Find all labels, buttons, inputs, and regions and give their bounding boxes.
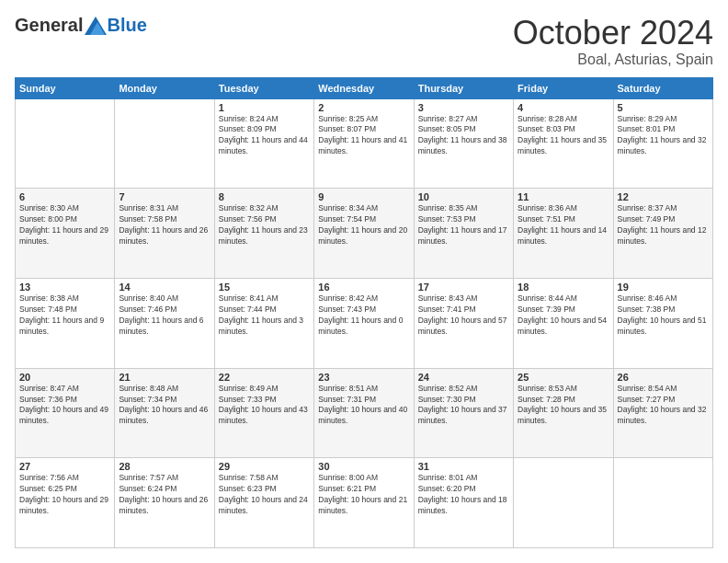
calendar-cell: 8Sunrise: 8:32 AMSunset: 7:56 PMDaylight… — [214, 189, 313, 279]
calendar-cell: 1Sunrise: 8:24 AMSunset: 8:09 PMDaylight… — [214, 98, 313, 189]
day-info: Sunrise: 8:36 AMSunset: 7:51 PMDaylight:… — [518, 203, 609, 247]
day-number: 24 — [418, 372, 509, 383]
calendar-cell: 21Sunrise: 8:48 AMSunset: 7:34 PMDayligh… — [115, 368, 214, 458]
day-info: Sunrise: 8:24 AMSunset: 8:09 PMDaylight:… — [219, 114, 310, 158]
calendar-cell: 13Sunrise: 8:38 AMSunset: 7:48 PMDayligh… — [16, 278, 115, 368]
calendar-cell: 23Sunrise: 8:51 AMSunset: 7:31 PMDayligh… — [314, 368, 414, 458]
calendar-header-friday: Friday — [514, 77, 613, 98]
calendar-header-saturday: Saturday — [613, 77, 712, 98]
day-number: 13 — [19, 282, 110, 293]
calendar-cell: 6Sunrise: 8:30 AMSunset: 8:00 PMDaylight… — [16, 189, 115, 279]
day-number: 25 — [518, 372, 609, 383]
day-info: Sunrise: 8:48 AMSunset: 7:34 PMDaylight:… — [119, 384, 210, 428]
calendar-week-2: 13Sunrise: 8:38 AMSunset: 7:48 PMDayligh… — [16, 278, 713, 368]
calendar-header-monday: Monday — [115, 77, 214, 98]
calendar-cell: 2Sunrise: 8:25 AMSunset: 8:07 PMDaylight… — [314, 98, 414, 189]
day-info: Sunrise: 8:34 AMSunset: 7:54 PMDaylight:… — [318, 203, 409, 247]
calendar-cell: 20Sunrise: 8:47 AMSunset: 7:36 PMDayligh… — [16, 368, 115, 458]
logo-text: General Blue — [15, 15, 147, 36]
calendar-week-4: 27Sunrise: 7:56 AMSunset: 6:25 PMDayligh… — [16, 458, 713, 548]
header: General Blue October 2024 Boal, Asturias… — [15, 15, 713, 68]
title-block: October 2024 Boal, Asturias, Spain — [513, 15, 713, 68]
calendar-week-3: 20Sunrise: 8:47 AMSunset: 7:36 PMDayligh… — [16, 368, 713, 458]
day-info: Sunrise: 8:43 AMSunset: 7:41 PMDaylight:… — [418, 293, 509, 338]
day-info: Sunrise: 8:41 AMSunset: 7:44 PMDaylight:… — [219, 293, 310, 338]
day-info: Sunrise: 8:46 AMSunset: 7:38 PMDaylight:… — [618, 293, 709, 338]
day-number: 1 — [219, 102, 310, 113]
day-number: 27 — [19, 461, 110, 472]
calendar-cell — [514, 458, 613, 548]
calendar: SundayMondayTuesdayWednesdayThursdayFrid… — [15, 77, 713, 548]
calendar-cell: 29Sunrise: 7:58 AMSunset: 6:23 PMDayligh… — [214, 458, 313, 548]
day-info: Sunrise: 8:29 AMSunset: 8:01 PMDaylight:… — [618, 114, 709, 158]
calendar-header-sunday: Sunday — [16, 77, 115, 98]
day-info: Sunrise: 8:49 AMSunset: 7:33 PMDaylight:… — [219, 384, 310, 428]
calendar-header-tuesday: Tuesday — [214, 77, 313, 98]
calendar-cell: 3Sunrise: 8:27 AMSunset: 8:05 PMDaylight… — [414, 98, 513, 189]
day-number: 17 — [418, 282, 509, 293]
day-info: Sunrise: 8:44 AMSunset: 7:39 PMDaylight:… — [518, 293, 609, 338]
month-title: October 2024 — [513, 15, 713, 52]
day-number: 18 — [518, 282, 609, 293]
day-info: Sunrise: 8:37 AMSunset: 7:49 PMDaylight:… — [618, 203, 709, 247]
page: General Blue October 2024 Boal, Asturias… — [0, 0, 728, 563]
day-info: Sunrise: 8:38 AMSunset: 7:48 PMDaylight:… — [19, 293, 110, 338]
day-info: Sunrise: 8:27 AMSunset: 8:05 PMDaylight:… — [418, 114, 509, 158]
calendar-cell: 24Sunrise: 8:52 AMSunset: 7:30 PMDayligh… — [414, 368, 513, 458]
calendar-week-0: 1Sunrise: 8:24 AMSunset: 8:09 PMDaylight… — [16, 98, 713, 189]
logo-blue: Blue — [107, 15, 146, 36]
day-info: Sunrise: 8:52 AMSunset: 7:30 PMDaylight:… — [418, 384, 509, 428]
day-info: Sunrise: 7:56 AMSunset: 6:25 PMDaylight:… — [19, 473, 110, 517]
calendar-header-thursday: Thursday — [414, 77, 513, 98]
calendar-cell: 14Sunrise: 8:40 AMSunset: 7:46 PMDayligh… — [115, 278, 214, 368]
day-number: 22 — [219, 372, 310, 383]
day-number: 16 — [318, 282, 409, 293]
day-number: 29 — [219, 461, 310, 472]
day-info: Sunrise: 8:25 AMSunset: 8:07 PMDaylight:… — [318, 114, 409, 158]
day-info: Sunrise: 8:47 AMSunset: 7:36 PMDaylight:… — [19, 384, 110, 428]
day-number: 20 — [19, 372, 110, 383]
day-info: Sunrise: 7:58 AMSunset: 6:23 PMDaylight:… — [219, 473, 310, 517]
day-info: Sunrise: 8:30 AMSunset: 8:00 PMDaylight:… — [19, 203, 110, 247]
calendar-header-wednesday: Wednesday — [314, 77, 414, 98]
day-number: 6 — [19, 191, 110, 202]
logo: General Blue — [15, 15, 147, 36]
calendar-week-1: 6Sunrise: 8:30 AMSunset: 8:00 PMDaylight… — [16, 189, 713, 279]
day-number: 10 — [418, 191, 509, 202]
day-number: 11 — [518, 191, 609, 202]
day-info: Sunrise: 8:00 AMSunset: 6:21 PMDaylight:… — [318, 473, 409, 517]
day-number: 4 — [518, 102, 609, 113]
day-number: 3 — [418, 102, 509, 113]
day-info: Sunrise: 8:42 AMSunset: 7:43 PMDaylight:… — [318, 293, 409, 338]
calendar-cell — [115, 98, 214, 189]
calendar-cell: 26Sunrise: 8:54 AMSunset: 7:27 PMDayligh… — [613, 368, 712, 458]
calendar-body: 1Sunrise: 8:24 AMSunset: 8:09 PMDaylight… — [16, 98, 713, 547]
day-number: 9 — [318, 191, 409, 202]
day-number: 30 — [318, 461, 409, 472]
calendar-cell: 15Sunrise: 8:41 AMSunset: 7:44 PMDayligh… — [214, 278, 313, 368]
day-number: 2 — [318, 102, 409, 113]
day-info: Sunrise: 8:32 AMSunset: 7:56 PMDaylight:… — [219, 203, 310, 247]
logo-icon — [85, 17, 107, 35]
day-number: 7 — [119, 191, 210, 202]
calendar-cell: 10Sunrise: 8:35 AMSunset: 7:53 PMDayligh… — [414, 189, 513, 279]
day-number: 19 — [618, 282, 709, 293]
day-number: 12 — [618, 191, 709, 202]
day-number: 28 — [119, 461, 210, 472]
day-number: 21 — [119, 372, 210, 383]
day-info: Sunrise: 8:40 AMSunset: 7:46 PMDaylight:… — [119, 293, 210, 338]
day-info: Sunrise: 8:51 AMSunset: 7:31 PMDaylight:… — [318, 384, 409, 428]
calendar-cell: 5Sunrise: 8:29 AMSunset: 8:01 PMDaylight… — [613, 98, 712, 189]
calendar-cell: 28Sunrise: 7:57 AMSunset: 6:24 PMDayligh… — [115, 458, 214, 548]
day-info: Sunrise: 8:53 AMSunset: 7:28 PMDaylight:… — [518, 384, 609, 428]
day-info: Sunrise: 8:28 AMSunset: 8:03 PMDaylight:… — [518, 114, 609, 158]
calendar-cell: 30Sunrise: 8:00 AMSunset: 6:21 PMDayligh… — [314, 458, 414, 548]
day-number: 5 — [618, 102, 709, 113]
calendar-cell: 27Sunrise: 7:56 AMSunset: 6:25 PMDayligh… — [16, 458, 115, 548]
day-info: Sunrise: 8:54 AMSunset: 7:27 PMDaylight:… — [618, 384, 709, 428]
day-info: Sunrise: 7:57 AMSunset: 6:24 PMDaylight:… — [119, 473, 210, 517]
day-info: Sunrise: 8:01 AMSunset: 6:20 PMDaylight:… — [418, 473, 509, 517]
calendar-cell: 22Sunrise: 8:49 AMSunset: 7:33 PMDayligh… — [214, 368, 313, 458]
calendar-cell: 31Sunrise: 8:01 AMSunset: 6:20 PMDayligh… — [414, 458, 513, 548]
calendar-cell: 19Sunrise: 8:46 AMSunset: 7:38 PMDayligh… — [613, 278, 712, 368]
